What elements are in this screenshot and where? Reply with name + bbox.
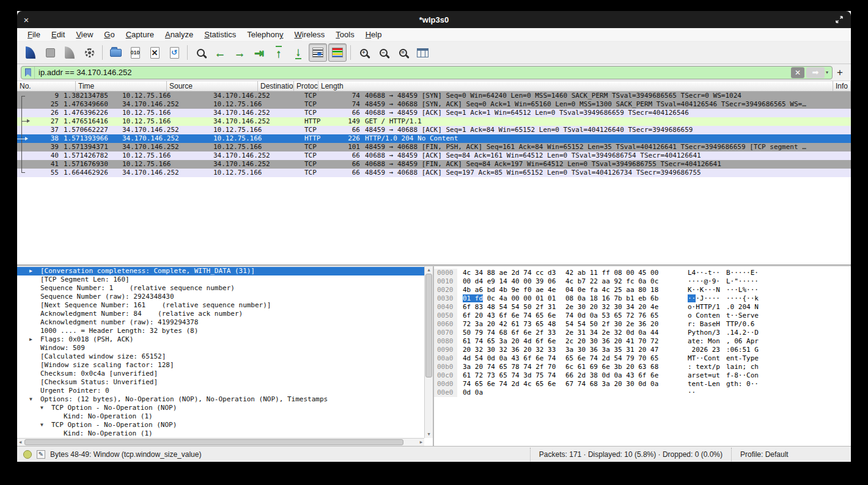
expert-info-icon[interactable] [23,450,32,459]
column-header[interactable]: Time [76,81,167,91]
menu-item[interactable]: Tools [330,29,359,40]
go-forward-icon[interactable]: → [230,43,249,62]
column-header[interactable]: Destination [258,81,294,91]
go-last-packet-icon[interactable]: ↓ [289,43,307,62]
detail-line[interactable]: [Window size scaling factor: 128] [17,361,433,370]
table-row[interactable]: 41 1.571676930 10.12.75.166 34.170.146.2… [17,160,851,169]
menu-item[interactable]: Wireless [289,29,331,40]
expand-arrow-icon[interactable]: ▼ [40,404,51,412]
resize-columns-icon[interactable] [413,43,432,62]
detail-line[interactable]: Acknowledgment Number: 84 (relative ack … [17,310,433,318]
column-header[interactable]: Length [318,81,833,91]
detail-horizontal-scrollbar[interactable]: ◀▶ [17,438,424,446]
table-row[interactable]: 9 1.382134785 10.12.75.166 34.170.146.25… [17,92,851,100]
detail-line[interactable]: [Calculated window size: 65152] [17,352,433,361]
menu-item[interactable]: Telephony [241,29,289,40]
detail-line[interactable]: Acknowledgment number (raw): 4199294378 [17,318,433,327]
expand-arrow-icon[interactable]: ▼ [29,395,40,404]
start-capture-icon[interactable] [21,43,40,62]
filter-clear-icon[interactable]: ✕ [791,67,804,78]
hex-row[interactable]: 0020 4b a6 bd 4b 9e f0 ae 4e 04 0e fa 4c… [434,286,851,294]
detail-line[interactable]: ▶Flags: 0x018 (PSH, ACK) [17,335,433,344]
hex-row[interactable]: 0040 6f 83 48 54 54 50 2f 31 2e 30 20 32… [434,303,851,312]
menu-item[interactable]: View [70,29,98,40]
table-row[interactable]: 38 1.571393966 34.170.146.252 10.12.75.1… [17,134,851,143]
capture-options-icon[interactable] [80,43,98,62]
hex-row[interactable]: 0000 4c 34 88 ae 2d 74 cc d3 42 ab 11 ff… [434,269,851,277]
zoom-reset-icon[interactable]: = [394,43,412,62]
zoom-out-icon[interactable]: − [374,43,392,62]
column-header[interactable]: No. [17,81,76,91]
hex-row[interactable]: 0060 72 3a 20 42 61 73 65 48 54 54 50 2f… [434,320,851,329]
hex-row[interactable]: 00a0 4d 54 0d 0a 43 6f 6e 74 65 6e 74 2d… [434,354,851,363]
filter-bookmark-icon[interactable] [21,67,35,79]
hex-row[interactable]: 00d0 74 65 6e 74 2d 4c 65 6e 67 74 68 3a… [434,380,851,388]
hex-row[interactable]: 00e0 0d 0a ·· [434,388,851,397]
detail-line[interactable]: Window: 509 [17,344,433,352]
detail-vertical-scrollbar[interactable]: ▲▼ [424,266,433,438]
menu-item[interactable]: Go [98,29,120,40]
detail-line[interactable]: 1000 .... = Header Length: 32 bytes (8) [17,327,433,335]
table-row[interactable]: 40 1.571426782 10.12.75.166 34.170.146.2… [17,151,851,160]
close-file-icon[interactable]: ✕ [145,43,164,62]
find-packet-icon[interactable] [191,43,210,62]
table-row[interactable]: 25 1.476349660 34.170.146.252 10.12.75.1… [17,100,851,109]
table-row[interactable]: 39 1.571394371 34.170.146.252 10.12.75.1… [17,143,851,151]
hex-row[interactable]: 0090 20 32 30 32 36 20 32 33 3a 30 36 3a… [434,346,851,354]
detail-line[interactable]: Kind: No-Operation (1) [17,412,433,421]
detail-line[interactable]: ▼TCP Option - No-Operation (NOP) [17,421,433,429]
column-header[interactable]: Source [167,81,258,91]
filter-apply-icon[interactable]: ➡ [806,67,825,78]
detail-line[interactable]: [Checksum Status: Unverified] [17,378,433,387]
detail-line[interactable]: [Next Sequence Number: 161 (relative seq… [17,301,433,310]
table-row[interactable]: 37 1.570662227 34.170.146.252 10.12.75.1… [17,126,851,134]
menu-item[interactable]: Statistics [199,29,241,40]
display-filter-field[interactable]: ✕ ➡ ▾ [21,66,833,79]
go-to-packet-icon[interactable]: ⇥ [250,43,268,62]
detail-line[interactable]: Sequence Number (raw): 2924348430 [17,293,433,301]
expand-arrow-icon[interactable]: ▶ [29,267,40,275]
menu-item[interactable]: Analyze [160,29,199,40]
maximize-icon[interactable] [835,15,844,24]
hex-row[interactable]: 0070 50 79 74 68 6f 6e 2f 33 2e 31 34 2e… [434,329,851,337]
column-header[interactable]: Info [833,81,851,91]
menu-item[interactable]: File [22,29,46,40]
go-first-packet-icon[interactable]: ↑ [270,43,288,62]
table-row[interactable]: 27 1.476516416 10.12.75.166 34.170.146.2… [17,117,851,126]
filter-add-button[interactable]: + [833,67,847,79]
detail-line[interactable]: ▶[Conversation completeness: Complete, W… [17,267,433,275]
hex-row[interactable]: 0050 6f 20 43 6f 6e 74 65 6e 74 0d 0a 53… [434,312,851,320]
save-file-icon[interactable]: 010 [126,43,144,62]
display-filter-input[interactable] [35,68,791,77]
detail-line[interactable]: Kind: No-Operation (1) [17,429,433,438]
detail-line[interactable]: Urgent Pointer: 0 [17,387,433,395]
zoom-in-icon[interactable]: + [355,43,373,62]
hex-row[interactable]: 0010 00 d4 e9 14 40 00 39 06 4c b7 22 aa… [434,277,851,286]
detail-line[interactable]: [TCP Segment Len: 160] [17,275,433,284]
hex-row[interactable]: 0080 61 74 65 3a 20 4d 6f 6e 2c 20 30 36… [434,337,851,346]
menu-item[interactable]: Capture [120,29,160,40]
restart-capture-icon[interactable] [61,43,79,62]
table-row[interactable]: 55 1.664462926 34.170.146.252 10.12.75.1… [17,169,851,177]
colorize-icon[interactable] [328,43,347,62]
menu-item[interactable]: Edit [46,29,70,40]
capture-comment-icon[interactable]: ✎ [37,450,45,459]
stop-capture-icon[interactable] [41,43,59,62]
detail-line[interactable]: ▼TCP Option - No-Operation (NOP) [17,404,433,412]
detail-line[interactable]: Checksum: 0x0c4a [unverified] [17,370,433,378]
expand-arrow-icon[interactable]: ▼ [40,421,51,429]
hex-row[interactable]: 00c0 61 72 73 65 74 3d 75 74 66 2d 38 0d… [434,371,851,380]
hex-row[interactable]: 0030 01 fd 0c 4a 00 00 01 01 08 0a 18 16… [434,294,851,303]
auto-scroll-icon[interactable] [309,43,327,62]
detail-line[interactable]: Sequence Number: 1 (relative sequence nu… [17,284,433,293]
go-back-icon[interactable]: ← [211,43,229,62]
hex-row[interactable]: 00b0 3a 20 74 65 78 74 2f 70 6c 61 69 6e… [434,363,851,371]
column-header[interactable]: Protocol [294,81,318,91]
detail-line[interactable]: ▼Options: (12 bytes), No-Operation (NOP)… [17,395,433,404]
filter-dropdown-icon[interactable]: ▾ [826,70,828,75]
reload-file-icon[interactable]: ↺ [165,43,183,62]
menu-item[interactable]: Help [360,29,388,40]
expand-arrow-icon[interactable]: ▶ [29,335,40,344]
table-row[interactable]: 26 1.476396226 10.12.75.166 34.170.146.2… [17,109,851,117]
open-file-icon[interactable] [106,43,125,62]
